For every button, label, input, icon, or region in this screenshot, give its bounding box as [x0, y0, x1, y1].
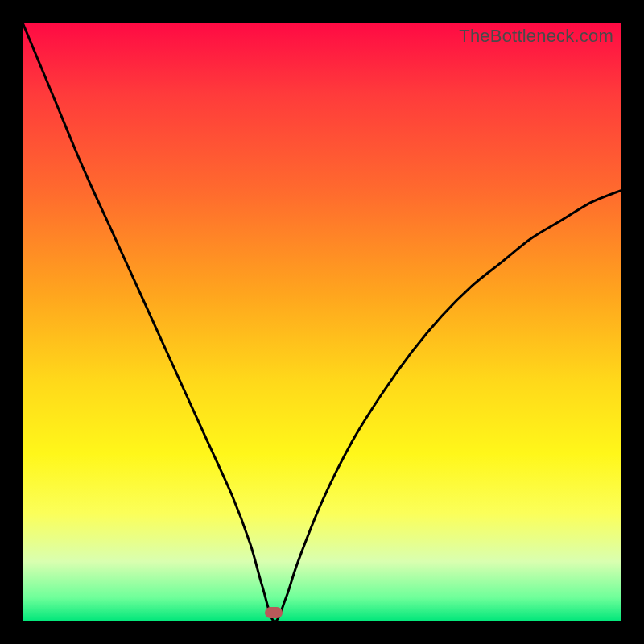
minimum-marker [265, 607, 283, 618]
plot-area: TheBottleneck.com [23, 23, 621, 621]
chart-frame: TheBottleneck.com [0, 0, 644, 644]
bottleneck-curve [23, 23, 621, 621]
watermark-text: TheBottleneck.com [459, 26, 613, 47]
